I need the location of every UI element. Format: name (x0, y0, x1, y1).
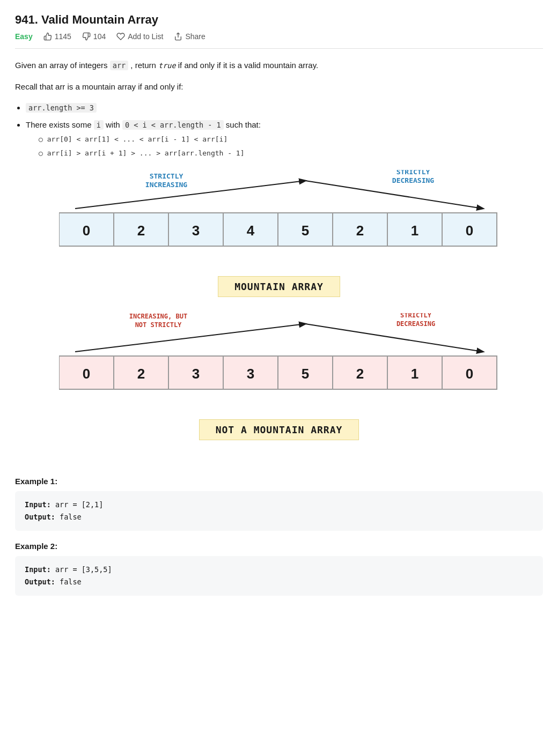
svg-text:5: 5 (302, 366, 309, 382)
svg-text:2: 2 (356, 223, 364, 239)
likes-button[interactable]: 1145 (43, 32, 71, 41)
svg-text:INCREASING: INCREASING (145, 181, 187, 189)
recall-text: Recall that arr is a mountain array if a… (15, 80, 543, 94)
desc-text-3: if and only if it is a valid mountain ar… (178, 61, 319, 70)
svg-line-39 (75, 324, 305, 352)
example2-output: Output: false (25, 576, 533, 588)
meta-row: Easy 1145 104 Add to List Share (15, 32, 543, 49)
svg-text:3: 3 (192, 366, 200, 382)
svg-text:STRICTLY: STRICTLY (150, 172, 183, 180)
svg-text:INCREASING, BUT: INCREASING, BUT (129, 313, 187, 320)
true-code: true (158, 61, 176, 70)
example2-input: Input: arr = [3,5,5] (25, 564, 533, 576)
svg-line-18 (305, 181, 483, 209)
svg-text:4: 4 (247, 223, 255, 239)
diagram1-container: 0 2 3 4 5 2 1 0 STRICTLY INCREASING STRI… (15, 170, 543, 297)
cond2-pre: There exists some (26, 120, 92, 129)
cond2-end: such that: (226, 120, 261, 129)
condition-2: There exists some i with 0 < i < arr.len… (26, 118, 543, 160)
cond2-cond: 0 < i < arr.length - 1 (122, 120, 224, 130)
example1-title: Example 1: (15, 477, 543, 486)
svg-text:1: 1 (411, 366, 418, 382)
svg-text:1: 1 (411, 223, 418, 239)
share-label: Share (185, 32, 205, 41)
dislikes-count: 104 (93, 32, 106, 41)
desc-text-1: Given an array of integers (15, 61, 108, 70)
sub-condition-2: arr[i] > arr[i + 1] > ... > arr[arr.leng… (39, 147, 543, 159)
difficulty-badge: Easy (15, 32, 33, 41)
diagram2-container: 0 2 3 3 5 2 1 0 INCREASING, BUT NOT STRI… (15, 313, 543, 440)
svg-text:3: 3 (247, 366, 254, 382)
svg-line-40 (305, 324, 483, 352)
svg-text:NOT STRICTLY: NOT STRICTLY (135, 321, 182, 329)
condition-1: arr.length >= 3 (26, 101, 543, 115)
svg-text:0: 0 (83, 366, 90, 382)
dislikes-button[interactable]: 104 (82, 32, 106, 41)
cond2-i: i (94, 120, 104, 130)
condition-1-code: arr.length >= 3 (26, 103, 97, 113)
svg-text:5: 5 (302, 223, 309, 239)
problem-title: 941. Valid Mountain Array (15, 13, 543, 27)
add-to-list-label: Add to List (128, 32, 163, 41)
arr-code: arr (110, 61, 128, 70)
share-button[interactable]: Share (174, 32, 205, 41)
add-to-list-button[interactable]: Add to List (116, 32, 163, 41)
heart-icon (116, 32, 125, 41)
sub-condition-1: arr[0] < arr[1] < ... < arr[i - 1] < arr… (39, 134, 543, 145)
svg-text:0: 0 (466, 223, 473, 239)
diagram2-caption: NOT A MOUNTAIN ARRAY (199, 419, 359, 440)
diagram1-cells: 0 2 3 4 5 2 1 0 (59, 213, 497, 246)
svg-text:3: 3 (192, 223, 200, 239)
example1-output: Output: false (25, 511, 533, 523)
cond2-with: with (106, 120, 122, 129)
svg-text:STRICTLY: STRICTLY (400, 313, 432, 319)
sub-conditions: arr[0] < arr[1] < ... < arr[i - 1] < arr… (39, 134, 543, 159)
diagram1-svg: 0 2 3 4 5 2 1 0 STRICTLY INCREASING STRI… (59, 170, 499, 272)
svg-text:2: 2 (137, 223, 145, 239)
svg-text:DECREASING: DECREASING (392, 176, 434, 184)
svg-text:2: 2 (137, 366, 145, 382)
description-paragraph: Given an array of integers arr , return … (15, 58, 543, 72)
thumbs-down-icon (82, 32, 91, 41)
likes-count: 1145 (55, 32, 71, 41)
conditions-list: arr.length >= 3 There exists some i with… (26, 101, 543, 159)
svg-text:0: 0 (466, 366, 473, 382)
example1-input: Input: arr = [2,1] (25, 499, 533, 511)
svg-line-17 (75, 181, 305, 209)
svg-text:STRICTLY: STRICTLY (397, 170, 430, 176)
diagram1-caption: MOUNTAIN ARRAY (218, 276, 340, 297)
diagram2-svg: 0 2 3 3 5 2 1 0 INCREASING, BUT NOT STRI… (59, 313, 499, 415)
svg-text:DECREASING: DECREASING (397, 320, 435, 328)
svg-text:2: 2 (356, 366, 364, 382)
thumbs-up-icon (43, 32, 52, 41)
example1-block: Input: arr = [2,1] Output: false (15, 491, 543, 531)
share-icon (174, 32, 182, 41)
svg-text:0: 0 (83, 223, 90, 239)
example2-title: Example 2: (15, 542, 543, 551)
example2-block: Input: arr = [3,5,5] Output: false (15, 556, 543, 596)
desc-text-2: , return (130, 61, 156, 70)
